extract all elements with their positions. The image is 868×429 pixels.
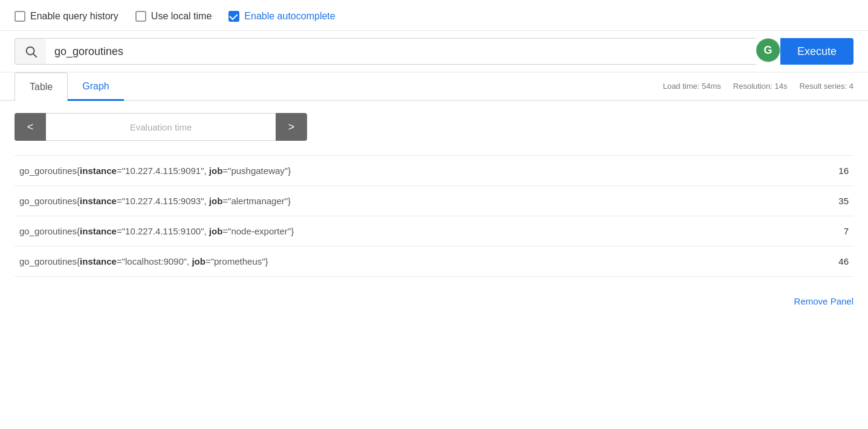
metric-cell: go_goroutines{instance="10.227.4.115:910… <box>15 216 799 247</box>
main-content: < Evaluation time > go_goroutines{instan… <box>0 101 868 289</box>
value-cell: 7 <box>799 216 853 247</box>
value-cell: 46 <box>799 247 853 277</box>
remove-panel-link[interactable]: Remove Panel <box>794 296 853 306</box>
metric-cell: go_goroutines{instance="localhost:9090",… <box>15 247 799 277</box>
tabs-left: Table Graph <box>15 73 124 100</box>
remove-panel-row: Remove Panel <box>0 289 868 316</box>
table-row: go_goroutines{instance="10.227.4.115:909… <box>15 156 853 186</box>
enable-autocomplete-check-icon[interactable] <box>228 11 239 22</box>
enable-autocomplete-label: Enable autocomplete <box>244 11 335 22</box>
query-input[interactable] <box>46 38 756 65</box>
resolution: Resolution: 14s <box>733 82 788 91</box>
next-time-button[interactable]: > <box>276 113 307 141</box>
eval-row: < Evaluation time > <box>15 113 853 141</box>
load-time: Load time: 54ms <box>663 82 721 91</box>
enable-query-history-checkbox[interactable]: Enable query history <box>15 11 118 22</box>
enable-query-history-check-icon[interactable] <box>15 11 25 22</box>
result-series: Result series: 4 <box>799 82 853 91</box>
tabs-right: Load time: 54ms Resolution: 14s Result s… <box>663 82 853 91</box>
metric-cell: go_goroutines{instance="10.227.4.115:909… <box>15 186 799 216</box>
tab-table[interactable]: Table <box>15 73 68 101</box>
execute-button[interactable]: Execute <box>780 38 853 65</box>
results-table: go_goroutines{instance="10.227.4.115:909… <box>15 155 853 277</box>
enable-query-history-label: Enable query history <box>30 11 118 22</box>
table-row: go_goroutines{instance="10.227.4.115:909… <box>15 186 853 216</box>
evaluation-time-label: Evaluation time <box>46 113 276 141</box>
metric-label: go_goroutines{instance="localhost:9090",… <box>19 256 268 266</box>
tabs-row: Table Graph Load time: 54ms Resolution: … <box>0 73 868 101</box>
metric-cell: go_goroutines{instance="10.227.4.115:909… <box>15 156 799 186</box>
search-icon-box <box>15 38 46 65</box>
search-icon <box>24 45 37 58</box>
search-row: G Execute <box>0 31 868 73</box>
value-cell: 35 <box>799 186 853 216</box>
table-row: go_goroutines{instance="localhost:9090",… <box>15 247 853 277</box>
use-local-time-checkbox[interactable]: Use local time <box>135 11 212 22</box>
use-local-time-check-icon[interactable] <box>135 11 146 22</box>
use-local-time-label: Use local time <box>151 11 212 22</box>
metric-label: go_goroutines{instance="10.227.4.115:909… <box>19 196 291 206</box>
metric-label: go_goroutines{instance="10.227.4.115:909… <box>19 166 291 176</box>
metric-label: go_goroutines{instance="10.227.4.115:910… <box>19 226 294 236</box>
top-bar: Enable query history Use local time Enab… <box>0 0 868 31</box>
prev-time-button[interactable]: < <box>15 113 46 141</box>
tab-graph[interactable]: Graph <box>68 73 123 101</box>
grafana-icon: G <box>756 38 780 62</box>
svg-line-1 <box>33 54 36 57</box>
table-row: go_goroutines{instance="10.227.4.115:910… <box>15 216 853 247</box>
enable-autocomplete-checkbox[interactable]: Enable autocomplete <box>228 11 335 22</box>
value-cell: 16 <box>799 156 853 186</box>
